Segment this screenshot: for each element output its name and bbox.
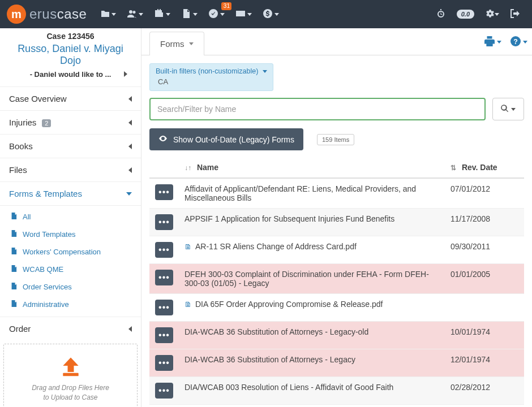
row-name: AR-11 SR Aliens Change of Address Card.p… <box>195 242 357 251</box>
top-navbar: m eruscase 31 <box>0 0 532 28</box>
sidebar-sub-label: Workers' Compensation <box>23 248 101 256</box>
file-icon <box>10 248 23 256</box>
pdf-icon: 🗎 <box>185 300 192 309</box>
caret-icon <box>166 13 170 16</box>
row-actions-button[interactable]: ••• <box>155 270 173 285</box>
nav-mail[interactable] <box>230 0 258 28</box>
sidebar: Case 123456 Russo, Daniel v. Miyagi Dojo… <box>0 28 141 407</box>
nav-timer-value[interactable]: 0.0 <box>451 0 480 28</box>
document-icon <box>182 9 191 20</box>
row-date: 12/01/1974 <box>445 349 524 377</box>
nav-tasks[interactable]: 31 <box>203 0 230 28</box>
row-actions-button[interactable]: ••• <box>155 184 173 200</box>
nav-documents[interactable] <box>176 0 203 28</box>
sidebar-item-forms[interactable]: Forms & Templates <box>0 181 141 205</box>
caret-icon <box>263 70 267 73</box>
row-name-cell[interactable]: APPSIF 1 Application for Subsequent Inju… <box>179 209 445 236</box>
check-circle-icon <box>209 9 218 20</box>
sidebar-item-order[interactable]: Order <box>0 317 141 340</box>
nav-timer[interactable] <box>431 0 451 28</box>
nav-settings[interactable] <box>480 0 505 28</box>
row-actions-button[interactable]: ••• <box>155 300 173 315</box>
search-input[interactable] <box>149 98 486 120</box>
sidebar-item-files[interactable]: Files <box>0 158 141 181</box>
tab-label: Forms <box>160 39 185 49</box>
sidebar-sub-item[interactable]: Word Templates <box>0 226 141 243</box>
users-icon <box>127 9 136 20</box>
print-button[interactable] <box>480 29 506 55</box>
col-name[interactable]: ↓↑ Name <box>179 157 445 178</box>
sidebar-sub-label: Word Templates <box>23 230 75 239</box>
row-name-cell[interactable]: 🗎AR-11 SR Aliens Change of Address Card.… <box>179 236 445 264</box>
tab-forms[interactable]: Forms <box>149 32 204 55</box>
sidebar-item-injuries[interactable]: Injuries 2 <box>0 110 141 134</box>
injuries-count-badge: 2 <box>42 119 51 127</box>
nav-folder[interactable] <box>95 0 122 28</box>
forms-table: ↓↑ Name ⇅ Rev. Date •••Affidavit of Appl… <box>149 157 524 405</box>
builtin-filter-chip[interactable]: Built-in filters (non-customizable) CA <box>149 63 273 91</box>
upload-icon <box>58 371 84 380</box>
nav-contacts[interactable] <box>122 0 149 28</box>
print-icon <box>484 36 495 48</box>
caret-icon <box>220 13 225 16</box>
row-name-cell[interactable]: 🗎DIA 65F Order Approving Compromise & Re… <box>179 294 445 322</box>
mail-icon <box>236 9 245 20</box>
table-row: •••APPSIF 1 Application for Subsequent I… <box>149 209 524 236</box>
table-row: •••DFEH 300-03 Complaint of Discriminati… <box>149 264 524 294</box>
chevron-left-icon <box>128 326 132 332</box>
filter-chip-value: CA <box>156 77 267 86</box>
stopwatch-icon <box>436 9 445 20</box>
filter-chip-title: Built-in filters (non-customizable) <box>156 67 258 75</box>
row-name-cell[interactable]: DIA-WCAB 36 Substitution of Attorneys - … <box>179 349 445 377</box>
timer-pill: 0.0 <box>457 10 474 19</box>
eye-icon <box>158 134 173 145</box>
row-name-cell[interactable]: DFEH 300-03 Complaint of Discrimination … <box>179 264 445 294</box>
folder-icon <box>100 9 109 20</box>
sidebar-item-books[interactable]: Books <box>0 134 141 158</box>
help-button[interactable] <box>506 29 532 55</box>
row-actions-button[interactable]: ••• <box>155 383 173 399</box>
brand-logo[interactable]: m eruscase <box>7 5 87 24</box>
sidebar-sub-label: All <box>23 213 31 221</box>
case-number: Case 123456 <box>3 32 138 41</box>
case-header: Case 123456 Russo, Daniel v. Miyagi Dojo… <box>0 28 141 86</box>
calendar-icon <box>155 9 164 20</box>
row-actions-button[interactable]: ••• <box>155 242 173 258</box>
row-actions-button[interactable]: ••• <box>155 355 173 371</box>
row-date: 01/01/2005 <box>445 264 524 294</box>
sidebar-sub-item[interactable]: Administrative <box>0 296 141 313</box>
caret-icon <box>193 13 198 16</box>
row-name: APPSIF 1 Application for Subsequent Inju… <box>185 214 394 223</box>
row-name-cell[interactable]: Affidavit of Applicant/Defendant RE: Lie… <box>179 178 445 209</box>
chevron-right-icon <box>124 71 127 77</box>
row-actions-button[interactable]: ••• <box>155 327 173 343</box>
table-row: •••DIA/WCAB 003 Resolution of Liens - Af… <box>149 377 524 405</box>
row-date <box>445 294 524 322</box>
nav-calendar[interactable] <box>149 0 176 28</box>
row-name-cell[interactable]: DIA/WCAB 003 Resolution of Liens - Affid… <box>179 377 445 405</box>
row-name: DFEH 300-03 Complaint of Discrimination … <box>185 270 429 288</box>
col-revdate[interactable]: ⇅ Rev. Date <box>445 157 524 178</box>
sidebar-item-label: Forms & Templates <box>9 189 82 198</box>
show-legacy-button[interactable]: Show Out-of-Date (Legacy) Forms <box>149 128 303 150</box>
sidebar-sub-item[interactable]: All <box>0 208 141 226</box>
search-button[interactable] <box>492 98 524 120</box>
row-actions-button[interactable]: ••• <box>155 214 173 230</box>
nav-logout[interactable] <box>505 0 525 28</box>
dropzone-line1: Drag and Drop Files Here <box>8 383 132 393</box>
sidebar-item-overview[interactable]: Case Overview <box>0 86 141 110</box>
gear-icon <box>486 9 495 20</box>
sidebar-sub-item[interactable]: WCAB QME <box>0 261 141 278</box>
row-name: DIA 65F Order Approving Compromise & Rel… <box>195 300 383 309</box>
case-subtitle-row[interactable]: - Daniel would like to ... <box>3 68 138 84</box>
caret-icon <box>139 13 143 16</box>
sidebar-sub-item[interactable]: Order Services <box>0 278 141 296</box>
case-title[interactable]: Russo, Daniel v. Miyagi Dojo <box>3 41 138 68</box>
nav-billing[interactable] <box>258 0 285 28</box>
file-dropzone[interactable]: Drag and Drop Files Here to Upload to Ca… <box>3 344 138 407</box>
chevron-left-icon <box>128 144 132 149</box>
row-date: 02/28/2012 <box>445 377 524 405</box>
row-name-cell[interactable]: DIA-WCAB 36 Substitution of Attorneys - … <box>179 322 445 349</box>
table-row: •••Affidavit of Applicant/Defendant RE: … <box>149 178 524 209</box>
sidebar-sub-item[interactable]: Workers' Compensation <box>0 243 141 261</box>
